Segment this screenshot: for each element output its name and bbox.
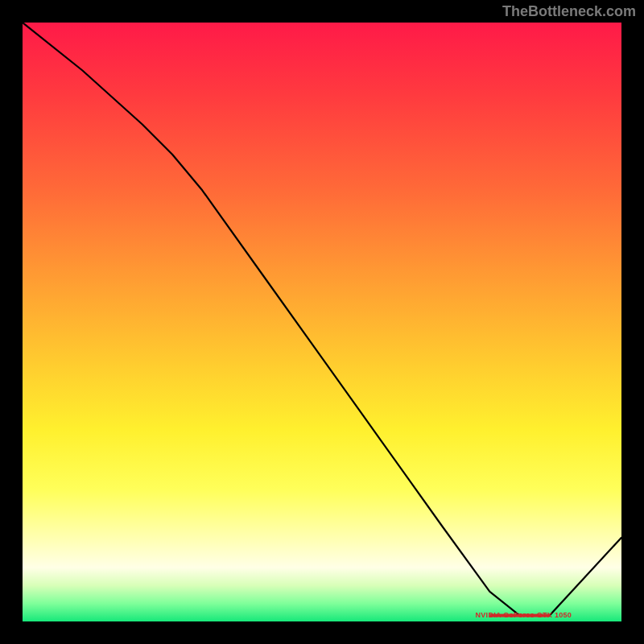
chart-frame: TheBottleneck.com NVIDIA GeForce GTX 105…	[0, 0, 644, 644]
watermark-text: TheBottleneck.com	[502, 3, 636, 20]
bottleneck-curve	[23, 23, 621, 616]
plot-area: NVIDIA GeForce GTX 1050	[23, 23, 621, 621]
line-chart-svg	[23, 23, 621, 621]
marker-label: NVIDIA GeForce GTX 1050	[476, 611, 572, 619]
